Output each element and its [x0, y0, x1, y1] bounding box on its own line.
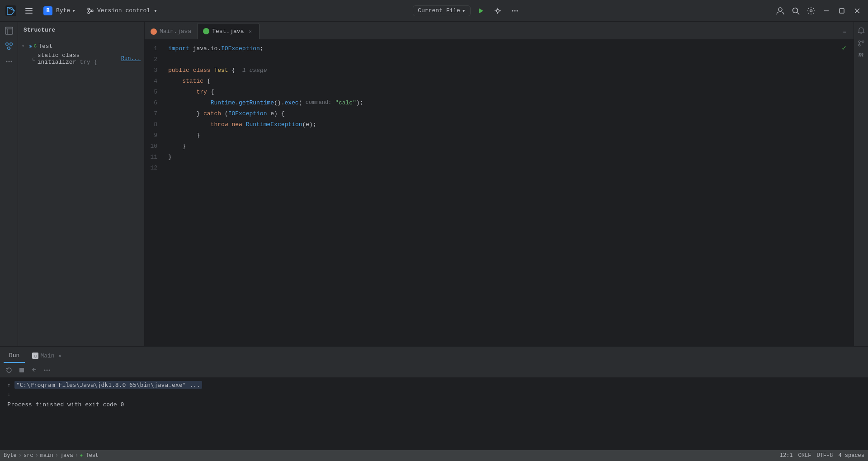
- minimize-button[interactable]: [819, 4, 834, 18]
- restore-button[interactable]: [29, 365, 40, 376]
- left-tool-bar: [0, 22, 18, 346]
- run-button[interactable]: [473, 4, 488, 18]
- stop-button[interactable]: [16, 365, 27, 376]
- run-tab[interactable]: Run: [4, 348, 25, 363]
- position-indicator[interactable]: 12:1: [780, 452, 793, 459]
- terminal-line-2: ↓: [7, 390, 861, 397]
- project-breadcrumb[interactable]: Byte: [4, 452, 17, 459]
- svg-rect-34: [8, 47, 10, 49]
- tab-test-java[interactable]: Test.java ✕: [197, 23, 259, 39]
- tab-test-label: Test.java: [212, 28, 244, 35]
- debug-button[interactable]: [491, 4, 505, 18]
- project-tool-icon[interactable]: [2, 24, 16, 38]
- run-link[interactable]: Run...: [121, 56, 141, 62]
- encoding-indicator[interactable]: UTF-8: [816, 452, 833, 459]
- line-ending-indicator[interactable]: CRLF: [798, 452, 811, 459]
- java-breadcrumb[interactable]: java: [60, 452, 73, 459]
- tree-toggle[interactable]: ▾: [22, 43, 29, 49]
- bottom-area: Run ▢ Main ✕: [0, 346, 868, 450]
- project-badge: B: [43, 6, 52, 15]
- structure-tool-icon[interactable]: [2, 39, 16, 53]
- tab-main-label: Main.java: [160, 28, 191, 35]
- svg-point-22: [793, 8, 798, 13]
- svg-point-45: [862, 41, 864, 42]
- user-icon-button[interactable]: [773, 4, 788, 18]
- code-content[interactable]: import java.io.IOException; public class…: [166, 40, 854, 346]
- more-tools-icon[interactable]: [2, 54, 16, 69]
- class-icon: C: [34, 43, 37, 49]
- tab-bar: Main.java Test.java ✕ ⋯: [145, 22, 854, 40]
- svg-point-44: [859, 44, 860, 46]
- titlebar-left: B Byte ▾ Version control ▾: [4, 4, 162, 18]
- tree-child-label: static class initializer try {: [38, 52, 118, 66]
- status-right: 12:1 CRLF UTF-8 4 spaces: [780, 452, 864, 459]
- maximize-button[interactable]: [835, 4, 849, 18]
- bottom-tabs: Run ▢ Main ✕: [0, 347, 868, 363]
- terminal-exit-message: Process finished with exit code 0: [7, 401, 861, 408]
- main-subtab-close[interactable]: ✕: [58, 353, 61, 359]
- test-java-icon: [203, 28, 209, 34]
- macos-icon[interactable]: m: [859, 51, 864, 58]
- run-config-chevron: ▾: [462, 7, 466, 14]
- svg-point-41: [10, 61, 12, 62]
- line-numbers: 1 2 3 4 5 6 7 8 9 10 11 12: [145, 40, 166, 346]
- search-button[interactable]: [788, 4, 803, 18]
- test-class-icon: ●: [80, 453, 83, 458]
- run-config-selector[interactable]: Current File ▾: [413, 5, 470, 16]
- svg-point-47: [44, 370, 46, 371]
- titlebar: B Byte ▾ Version control ▾ Current File …: [0, 0, 868, 22]
- run-tab-label: Run: [9, 352, 19, 359]
- notifications-icon[interactable]: [856, 25, 867, 36]
- svg-point-20: [516, 10, 518, 11]
- main-subtab[interactable]: ▢ Main ✕: [27, 348, 66, 363]
- vcs-label: Version control: [97, 7, 150, 14]
- svg-line-10: [90, 9, 92, 10]
- svg-line-11: [90, 11, 92, 12]
- svg-rect-3: [25, 8, 33, 9]
- svg-point-19: [514, 10, 515, 11]
- svg-point-48: [47, 370, 48, 371]
- svg-point-18: [512, 10, 513, 11]
- tree-root-item[interactable]: ▾ ⊙ C Test: [18, 40, 144, 52]
- code-line-5: try {: [166, 87, 854, 98]
- structure-title: Structure: [24, 27, 55, 33]
- code-editor[interactable]: 1 2 3 4 5 6 7 8 9 10 11 12 import java.i…: [145, 40, 854, 346]
- vcs-button[interactable]: Version control ▾: [83, 5, 162, 16]
- terminal-line-1: ↑ "C:\Program Files\Java\jdk1.8.0_65\bin…: [7, 381, 861, 389]
- settings-button[interactable]: [804, 4, 818, 18]
- tree-child-item[interactable]: ⊡ static class initializer try { Run...: [18, 52, 144, 65]
- code-line-12: [166, 163, 854, 174]
- code-line-6: Runtime.getRuntime().exec( command: "cal…: [166, 98, 854, 108]
- svg-rect-29: [5, 27, 13, 34]
- menu-button[interactable]: [22, 4, 36, 18]
- restart-button[interactable]: [4, 365, 14, 376]
- svg-point-13: [496, 9, 499, 12]
- code-line-9: }: [166, 130, 854, 141]
- terminal-content: ↑ "C:\Program Files\Java\jdk1.8.0_65\bin…: [0, 377, 868, 450]
- src-breadcrumb[interactable]: src: [24, 452, 33, 459]
- code-line-7: } catch (IOException e) {: [166, 108, 854, 119]
- close-button[interactable]: [850, 4, 864, 18]
- tab-main-java[interactable]: Main.java: [145, 23, 197, 39]
- test-breadcrumb[interactable]: Test: [85, 452, 99, 459]
- main-subtab-label: Main: [40, 353, 54, 359]
- git-icon[interactable]: [856, 38, 867, 49]
- down-arrow-icon: ↓: [7, 390, 11, 397]
- svg-point-43: [859, 41, 860, 42]
- tab-close-button[interactable]: ✕: [246, 28, 254, 35]
- file-check-icon: ✓: [842, 43, 846, 52]
- code-line-3: public class Test { 1 usage: [166, 65, 854, 76]
- tab-more-button[interactable]: ⋯: [839, 27, 850, 38]
- svg-rect-5: [25, 13, 33, 14]
- terminal-toolbar: [0, 363, 868, 377]
- code-line-8: throw new RuntimeException(e);: [166, 119, 854, 130]
- more-run-options[interactable]: [508, 4, 522, 18]
- tree-root-label: Test: [38, 43, 52, 50]
- indent-indicator[interactable]: 4 spaces: [838, 452, 864, 459]
- project-selector[interactable]: B Byte ▾: [40, 5, 79, 17]
- run-options-button[interactable]: [42, 365, 52, 376]
- svg-point-40: [8, 61, 9, 62]
- run-config-label: Current File: [418, 7, 460, 14]
- main-breadcrumb[interactable]: main: [40, 452, 53, 459]
- svg-point-21: [778, 8, 782, 11]
